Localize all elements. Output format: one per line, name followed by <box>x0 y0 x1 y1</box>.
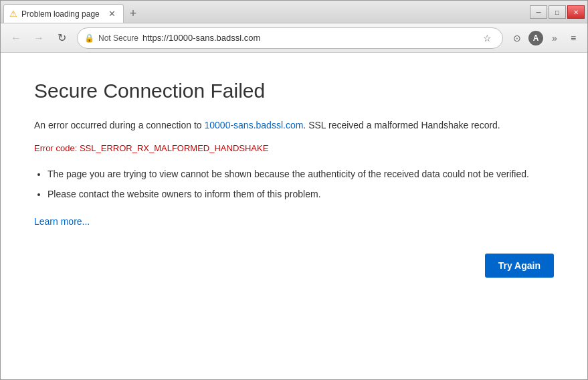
forward-button[interactable]: → <box>29 28 49 48</box>
navigation-bar: ← → ↻ 🔒 Not Secure https://10000-sans.ba… <box>1 23 587 53</box>
right-nav-icons: ⊙ A » ≡ <box>508 29 582 47</box>
close-button[interactable]: ✕ <box>567 5 585 19</box>
lock-icon: 🔒 <box>84 33 94 43</box>
title-bar: ⚠ Problem loading page ✕ + ─ □ ✕ <box>1 1 587 23</box>
list-item: Please contact the website owners to inf… <box>47 187 554 201</box>
not-secure-label: Not Secure <box>98 33 138 43</box>
minimize-button[interactable]: ─ <box>530 5 547 19</box>
error-list: The page you are trying to view cannot b… <box>47 167 554 202</box>
error-code: Error code: SSL_ERROR_RX_MALFORMED_HANDS… <box>34 143 554 153</box>
forward-icon: → <box>33 32 44 44</box>
error-title: Secure Connection Failed <box>34 80 554 102</box>
learn-more-link[interactable]: Learn more... <box>34 216 90 227</box>
error-desc-before: An error occurred during a connection to <box>34 120 204 130</box>
account-label: A <box>528 31 543 45</box>
back-button[interactable]: ← <box>6 28 26 48</box>
menu-button[interactable]: ≡ <box>565 29 582 47</box>
address-bar-icons: ☆ <box>478 29 496 47</box>
active-tab[interactable]: ⚠ Problem loading page ✕ <box>3 4 124 23</box>
bullet-item-1: The page you are trying to view cannot b… <box>47 169 529 179</box>
window-controls: ─ □ ✕ <box>530 5 585 23</box>
try-again-button[interactable]: Try Again <box>485 254 554 278</box>
tab-warning-icon: ⚠ <box>9 9 17 19</box>
list-item: The page you are trying to view cannot b… <box>47 167 554 181</box>
back-icon: ← <box>11 32 21 44</box>
extensions-button[interactable]: » <box>546 29 563 47</box>
page-content: Secure Connection Failed An error occurr… <box>1 53 587 379</box>
reload-button[interactable]: ↻ <box>52 28 72 48</box>
tab-area: ⚠ Problem loading page ✕ + <box>3 4 530 23</box>
error-desc-link: 10000-sans.badssl.com <box>204 120 303 130</box>
url-text: https://10000-sans.badssl.com <box>142 33 474 43</box>
browser-window: ⚠ Problem loading page ✕ + ─ □ ✕ ← → ↻ 🔒… <box>0 0 588 380</box>
address-bar[interactable]: 🔒 Not Secure https://10000-sans.badssl.c… <box>77 27 503 49</box>
new-tab-button[interactable]: + <box>124 4 142 23</box>
pocket-icon[interactable]: ⊙ <box>508 29 526 47</box>
account-icon[interactable]: A <box>527 29 545 47</box>
bookmark-icon[interactable]: ☆ <box>478 29 496 47</box>
tab-title: Problem loading page <box>21 9 102 19</box>
try-again-container: Try Again <box>34 254 554 278</box>
tab-close-button[interactable]: ✕ <box>106 8 118 20</box>
maximize-button[interactable]: □ <box>549 5 566 19</box>
reload-icon: ↻ <box>58 31 66 44</box>
error-desc-after: . SSL received a malformed Handshake rec… <box>303 120 500 130</box>
bullet-item-2: Please contact the website owners to inf… <box>47 189 321 199</box>
error-description: An error occurred during a connection to… <box>34 118 554 132</box>
